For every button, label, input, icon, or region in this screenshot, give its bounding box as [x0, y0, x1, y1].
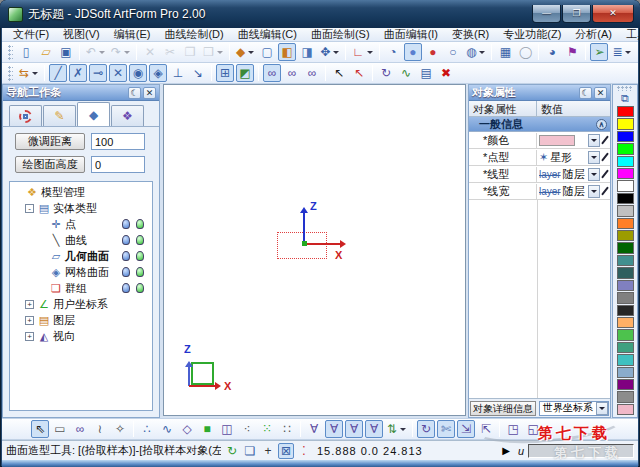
red-sphere[interactable]: ●	[424, 43, 442, 61]
tree-expander[interactable]: +	[25, 316, 34, 325]
shaded-cube[interactable]: ◧	[278, 43, 296, 61]
dropdown-button[interactable]	[588, 134, 600, 147]
selectable-lamp-icon[interactable]	[136, 251, 144, 261]
nudge-distance-input[interactable]	[91, 133, 145, 150]
menu-item[interactable]: 变换(R)	[445, 27, 496, 42]
palette-swatch[interactable]	[617, 218, 634, 229]
eyedropper-icon[interactable]	[600, 185, 610, 198]
palette-swatch[interactable]	[617, 292, 634, 303]
menu-item[interactable]: 专业功能(Z)	[496, 27, 568, 42]
tree-curves[interactable]: ╲ 曲线	[10, 232, 152, 248]
dropdown-button[interactable]	[588, 168, 600, 181]
filter-points[interactable]: ∀	[305, 420, 323, 438]
dropdown-arrow-icon[interactable]	[99, 51, 105, 57]
filter-curves[interactable]: ∀	[325, 420, 343, 438]
palette-swatch[interactable]	[617, 280, 634, 291]
undo[interactable]: ↶	[84, 43, 107, 61]
close-button[interactable]: ✕	[592, 5, 634, 23]
tree-geometric-surfaces[interactable]: ▱ 几何曲面	[10, 248, 152, 264]
collapse-icon[interactable]: ∧	[596, 119, 607, 130]
object-manager[interactable]: ≣	[610, 43, 633, 61]
dropdown-arrow-icon[interactable]	[367, 51, 373, 57]
palette-swatch[interactable]	[617, 106, 634, 117]
pin-icon[interactable]: ☾	[579, 87, 592, 99]
palette-swatch[interactable]	[617, 143, 634, 154]
new-file[interactable]: ▯	[17, 43, 35, 61]
prop-line-width[interactable]: *线宽 layer 随层	[469, 183, 610, 200]
selectable-lamp-icon[interactable]	[136, 267, 144, 277]
node-link[interactable]: ⁙	[258, 420, 276, 438]
circle-display[interactable]: ◔	[384, 43, 402, 61]
polygon-select[interactable]: ✧	[111, 420, 129, 438]
menu-item[interactable]: 工具(T)	[619, 27, 640, 42]
tree-expander[interactable]: -	[25, 204, 34, 213]
color-swatch[interactable]	[539, 135, 575, 146]
mirror-copy[interactable]: ◫	[218, 420, 236, 438]
tab-surface-mode[interactable]: ◆	[77, 102, 110, 126]
view-mode-wire[interactable]: ∞	[283, 64, 301, 82]
play-icon[interactable]: ▶	[502, 445, 510, 456]
menu-item[interactable]: 曲面绘制(S)	[304, 27, 377, 42]
save-file[interactable]: ▣	[57, 43, 75, 61]
visibility-lamp-icon[interactable]	[122, 235, 130, 245]
dropdown-arrow-icon[interactable]	[248, 51, 254, 57]
pick-add[interactable]: ↖	[330, 64, 348, 82]
visibility-lamp-icon[interactable]	[122, 219, 130, 229]
view-mode-hidden[interactable]: ∞	[303, 64, 321, 82]
visibility-lamp-icon[interactable]	[122, 267, 130, 277]
view-mode-shaded[interactable]: ∞	[263, 64, 281, 82]
palette-swatch[interactable]	[617, 156, 634, 167]
snap-midpoint[interactable]: ⊸	[89, 64, 107, 82]
select-arrow[interactable]: ⇖	[31, 420, 49, 438]
palette-swatch[interactable]	[617, 354, 634, 365]
node-cluster[interactable]: ∷	[278, 420, 296, 438]
menu-item[interactable]: 曲线编辑(C)	[231, 27, 304, 42]
properties-panel-titlebar[interactable]: 对象属性 ☾ ✕	[469, 85, 610, 101]
shaded-sphere[interactable]: ●	[404, 43, 422, 61]
palette-swatch[interactable]	[617, 242, 634, 253]
menu-item[interactable]: 文件(F)	[6, 27, 56, 42]
edit-spline[interactable]: ∿	[158, 420, 176, 438]
status-boxed-x[interactable]: ⊠	[278, 443, 294, 459]
scale-handle[interactable]: ■	[198, 420, 216, 438]
cut[interactable]: ✂	[161, 43, 179, 61]
palette-swatch[interactable]	[617, 118, 634, 129]
paste[interactable]: ❒	[201, 43, 225, 61]
ucs-tool[interactable]: ∟	[350, 43, 375, 61]
eyedropper-icon[interactable]	[600, 151, 610, 164]
menu-item[interactable]: 曲线绘制(D)	[157, 27, 230, 42]
prop-color[interactable]: *颜色	[469, 132, 610, 149]
nudge-tool[interactable]: ⇆	[17, 64, 40, 82]
tree-model-manager[interactable]: ❖ 模型管理	[10, 184, 152, 200]
drawing-canvas[interactable]: Z X Z X	[163, 84, 466, 416]
tree-groups[interactable]: ❏ 群组	[10, 280, 152, 296]
rotate-sample[interactable]: ↻	[377, 64, 395, 82]
palette-swatch[interactable]	[617, 391, 634, 402]
status-ruler[interactable]: ⁚	[296, 443, 312, 459]
palette-swatch[interactable]	[617, 379, 634, 390]
status-refresh[interactable]: ↻	[224, 443, 240, 459]
filter-groups[interactable]: ∀	[365, 420, 383, 438]
visibility-lamp-icon[interactable]	[122, 283, 130, 293]
dropdown-arrow-icon[interactable]	[124, 51, 130, 57]
mesh-display[interactable]: ▦	[496, 43, 514, 61]
tree-mesh-surfaces[interactable]: ◈ 网格曲面	[10, 264, 152, 280]
material-flag[interactable]: ⚑	[563, 43, 581, 61]
eyedropper-icon[interactable]	[600, 168, 610, 181]
selectable-lamp-icon[interactable]	[136, 283, 144, 293]
tab-draw-mode[interactable]: ✎	[43, 105, 76, 126]
eyedropper-icon[interactable]	[600, 134, 610, 147]
redo[interactable]: ↷	[109, 43, 132, 61]
palette-swatch[interactable]	[617, 305, 634, 316]
group-general-info[interactable]: 一般信息 ∧	[469, 117, 610, 132]
close-icon[interactable]: ✕	[143, 87, 156, 99]
palette-swatch[interactable]	[617, 168, 634, 179]
node-pair[interactable]: ⁖	[238, 420, 256, 438]
pick-remove[interactable]: ↖	[350, 64, 368, 82]
tab-stamp-mode[interactable]: ❖	[111, 105, 144, 126]
selectable-lamp-icon[interactable]	[136, 219, 144, 229]
dropdown-button[interactable]	[588, 151, 600, 164]
palette-swatch[interactable]	[617, 193, 634, 204]
filter-surfaces[interactable]: ∀	[345, 420, 363, 438]
smooth-display[interactable]: ◯	[516, 43, 534, 61]
